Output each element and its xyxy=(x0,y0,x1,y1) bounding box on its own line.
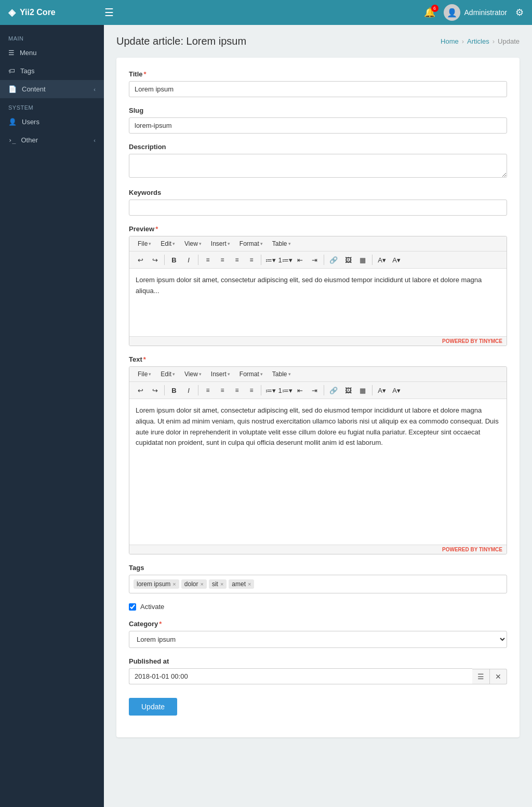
sep2 xyxy=(198,255,198,265)
notifications-bell[interactable]: 🔔 6 xyxy=(424,7,435,18)
preview-bold-button[interactable]: B xyxy=(167,254,181,266)
tag-dolor: dolor × xyxy=(181,579,207,589)
text-align-center-button[interactable]: ≡ xyxy=(216,384,229,396)
update-button[interactable]: Update xyxy=(129,698,177,716)
menu-icon: ☰ xyxy=(8,49,15,57)
preview-indent-button[interactable]: ⇥ xyxy=(308,254,321,266)
calendar-button[interactable]: ☰ xyxy=(472,669,490,684)
text-highlight-button[interactable]: A▾ xyxy=(390,384,403,396)
text-menu-view[interactable]: View▾ xyxy=(180,369,206,379)
username: Administrator xyxy=(464,8,507,17)
text-menu-table[interactable]: Table▾ xyxy=(268,369,295,379)
sidebar-item-content[interactable]: 📄 Content ‹ xyxy=(0,80,104,98)
tag-amet-remove[interactable]: × xyxy=(248,581,251,587)
preview-outdent-button[interactable]: ⇤ xyxy=(293,254,307,266)
preview-align-justify-button[interactable]: ≡ xyxy=(245,254,258,266)
sidebar-item-users[interactable]: 👤 Users xyxy=(0,113,104,131)
text-align-left-button[interactable]: ≡ xyxy=(201,384,215,396)
preview-menu-insert[interactable]: Insert▾ xyxy=(207,239,234,249)
text-align-justify-button[interactable]: ≡ xyxy=(245,384,258,396)
hamburger-icon[interactable]: ☰ xyxy=(104,6,424,19)
text-link-button[interactable]: 🔗 xyxy=(327,384,340,396)
preview-menu-file[interactable]: File▾ xyxy=(134,239,155,249)
text-bold-button[interactable]: B xyxy=(167,384,181,396)
sidebar-item-menu[interactable]: ☰ Menu xyxy=(0,44,104,62)
preview-ul-button[interactable]: ≔▾ xyxy=(264,254,277,266)
tag-sit-remove[interactable]: × xyxy=(220,581,223,587)
sidebar-item-content-left: 📄 Content xyxy=(8,85,46,93)
text-italic-button[interactable]: I xyxy=(182,384,195,396)
text-media-button[interactable]: ▦ xyxy=(356,384,369,396)
breadcrumb-home[interactable]: Home xyxy=(441,37,459,45)
keywords-input[interactable] xyxy=(129,200,507,216)
text-file-arrow: ▾ xyxy=(149,372,151,377)
preview-image-button[interactable]: 🖼 xyxy=(341,254,355,266)
tag-dolor-text: dolor xyxy=(184,580,198,588)
preview-editor: File▾ Edit▾ View▾ Insert▾ Format▾ xyxy=(129,236,507,346)
text-editor-body[interactable]: Lorem ipsum dolor sit amet, consectetur … xyxy=(129,399,507,545)
category-select[interactable]: Lorem ipsum xyxy=(129,631,507,648)
category-required: * xyxy=(159,620,162,628)
top-nav-right: 🔔 6 👤 Administrator ⚙ xyxy=(424,4,524,21)
text-fontcolor-button[interactable]: A▾ xyxy=(375,384,389,396)
title-required: * xyxy=(144,70,147,78)
text-redo-button[interactable]: ↪ xyxy=(148,384,162,396)
preview-media-button[interactable]: ▦ xyxy=(356,254,369,266)
description-input[interactable] xyxy=(129,154,507,178)
preview-menu-format[interactable]: Format▾ xyxy=(235,239,267,249)
published-at-label: Published at xyxy=(129,657,507,665)
text-menu-edit[interactable]: Edit▾ xyxy=(156,369,179,379)
text-sep5 xyxy=(372,385,373,395)
text-indent-button[interactable]: ⇥ xyxy=(308,384,321,396)
tags-input[interactable]: lorem ipsum × dolor × sit × amet × xyxy=(129,575,507,593)
activate-checkbox[interactable] xyxy=(129,603,136,611)
text-image-button[interactable]: 🖼 xyxy=(341,384,355,396)
preview-highlight-button[interactable]: A▾ xyxy=(390,254,403,266)
edit-arrow: ▾ xyxy=(172,241,175,246)
published-at-group: Published at ☰ ✕ xyxy=(129,657,507,684)
slug-input[interactable] xyxy=(129,117,507,134)
preview-link-button[interactable]: 🔗 xyxy=(327,254,340,266)
text-ul-button[interactable]: ≔▾ xyxy=(264,384,277,396)
text-undo-button[interactable]: ↩ xyxy=(134,384,147,396)
text-menu-file[interactable]: File▾ xyxy=(134,369,155,379)
preview-align-right-button[interactable]: ≡ xyxy=(230,254,244,266)
file-arrow: ▾ xyxy=(149,241,151,246)
sidebar-system-label: System xyxy=(0,98,104,113)
preview-fontcolor-button[interactable]: A▾ xyxy=(375,254,389,266)
preview-align-center-button[interactable]: ≡ xyxy=(216,254,229,266)
tag-dolor-remove[interactable]: × xyxy=(200,581,203,587)
sidebar-item-other[interactable]: ›_ Other ‹ xyxy=(0,131,104,149)
tag-lorem-ipsum: lorem ipsum × xyxy=(134,579,179,589)
title-input[interactable] xyxy=(129,81,507,97)
preview-italic-button[interactable]: I xyxy=(182,254,195,266)
clear-date-button[interactable]: ✕ xyxy=(490,669,507,684)
text-menu-insert[interactable]: Insert▾ xyxy=(207,369,234,379)
text-editor-menubar: File▾ Edit▾ View▾ Insert▾ Format▾ xyxy=(129,367,507,382)
description-label: Description xyxy=(129,143,507,151)
preview-editor-body[interactable]: Lorem ipsum dolor sit amet, consectetur … xyxy=(129,269,507,336)
preview-undo-button[interactable]: ↩ xyxy=(134,254,147,266)
preview-menu-view[interactable]: View▾ xyxy=(180,239,206,249)
sidebar-item-tags[interactable]: 🏷 Tags xyxy=(0,62,104,80)
text-align-right-button[interactable]: ≡ xyxy=(230,384,244,396)
main-content: Update article: Lorem ipsum Home › Artic… xyxy=(104,25,532,807)
preview-ol-button[interactable]: 1≔▾ xyxy=(278,254,292,266)
tag-amet: amet × xyxy=(229,579,254,589)
tag-amet-text: amet xyxy=(232,580,246,588)
preview-align-left-button[interactable]: ≡ xyxy=(201,254,215,266)
user-menu[interactable]: 👤 Administrator xyxy=(444,4,507,21)
sidebar-main-label: Main xyxy=(0,29,104,44)
tag-lorem-ipsum-remove[interactable]: × xyxy=(172,581,176,587)
preview-menu-table[interactable]: Table▾ xyxy=(268,239,295,249)
preview-redo-button[interactable]: ↪ xyxy=(148,254,162,266)
text-ol-button[interactable]: 1≔▾ xyxy=(278,384,292,396)
activate-label[interactable]: Activate xyxy=(129,603,507,611)
text-outdent-button[interactable]: ⇤ xyxy=(293,384,307,396)
preview-required: * xyxy=(155,225,158,233)
settings-icon[interactable]: ⚙ xyxy=(515,7,524,18)
breadcrumb-articles[interactable]: Articles xyxy=(467,37,489,45)
preview-menu-edit[interactable]: Edit▾ xyxy=(156,239,179,249)
text-menu-format[interactable]: Format▾ xyxy=(235,369,267,379)
published-at-input[interactable] xyxy=(129,668,472,684)
